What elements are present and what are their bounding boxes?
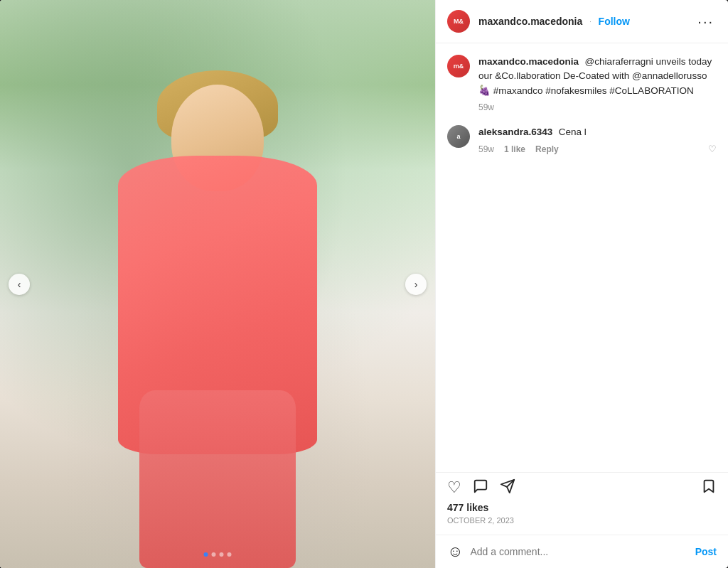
comment-time: 59w <box>478 144 494 154</box>
post-comment-button[interactable]: Post <box>695 546 717 557</box>
comment-text: Cena l <box>559 127 587 137</box>
info-panel: m& maxandco.macedonia • Follow ··· m& ma… <box>435 0 728 568</box>
comments-area: m& maxandco.macedonia @chiaraferragni un… <box>436 43 728 472</box>
caption-content: maxandco.macedonia @chiaraferragni unvei… <box>478 55 717 112</box>
likes-count: 477 likes <box>447 502 717 513</box>
action-icons-row: ♡ <box>447 478 717 496</box>
emoji-picker-button[interactable]: ☺ <box>447 542 463 561</box>
post-photo <box>0 0 435 568</box>
share-button[interactable] <box>500 478 515 496</box>
comment-username: aleksandra.6343 <box>478 127 552 137</box>
post-image-panel: ‹ › <box>0 0 435 568</box>
post-caption: m& maxandco.macedonia @chiaraferragni un… <box>447 55 717 112</box>
comment-button[interactable] <box>473 478 488 496</box>
comment-avatar: a <box>447 125 470 148</box>
comment-heart-icon[interactable]: ♡ <box>708 144 717 154</box>
caption-username: maxandco.macedonia <box>478 56 579 67</box>
post-date: October 2, 2023 <box>447 516 717 525</box>
comment-content: aleksandra.6343 Cena l 59w 1 like Reply … <box>478 125 717 154</box>
actions-bar: ♡ <box>436 472 728 535</box>
chevron-right-icon: › <box>414 279 418 290</box>
carousel-next-button[interactable]: › <box>405 274 427 295</box>
post-header: m& maxandco.macedonia • Follow ··· <box>436 0 728 43</box>
follow-button[interactable]: Follow <box>599 16 630 27</box>
person-pants <box>139 390 296 568</box>
header-username: maxandco.macedonia <box>478 16 582 27</box>
bookmark-button[interactable] <box>701 478 717 496</box>
caption-time: 59w <box>478 102 494 112</box>
comment-row: a aleksandra.6343 Cena l 59w 1 like Repl… <box>447 125 717 154</box>
add-comment-bar: ☺ Post <box>436 535 728 568</box>
more-options-button[interactable]: ··· <box>695 14 717 30</box>
comment-input[interactable] <box>470 546 687 557</box>
comment-meta: 59w 1 like Reply ♡ <box>478 144 717 154</box>
header-avatar: m& <box>447 10 470 33</box>
header-username-area: maxandco.macedonia • Follow <box>478 15 695 28</box>
chevron-left-icon: ‹ <box>18 279 21 290</box>
separator-dot: • <box>590 20 591 23</box>
carousel-prev-button[interactable]: ‹ <box>9 274 30 295</box>
carousel-dot-1 <box>204 552 208 557</box>
like-button[interactable]: ♡ <box>447 480 461 495</box>
caption-meta: 59w <box>478 102 717 112</box>
carousel-dot-2 <box>212 552 216 557</box>
carousel-dot-3 <box>220 552 224 557</box>
person-figure <box>97 56 338 568</box>
caption-avatar: m& <box>447 55 470 77</box>
reply-button[interactable]: Reply <box>535 144 559 154</box>
carousel-dots <box>204 552 232 557</box>
instagram-post-card: ‹ › m& maxandco.macedonia • Follow ··· <box>0 0 728 568</box>
carousel-dot-4 <box>228 552 232 557</box>
comment-likes: 1 like <box>504 144 525 154</box>
